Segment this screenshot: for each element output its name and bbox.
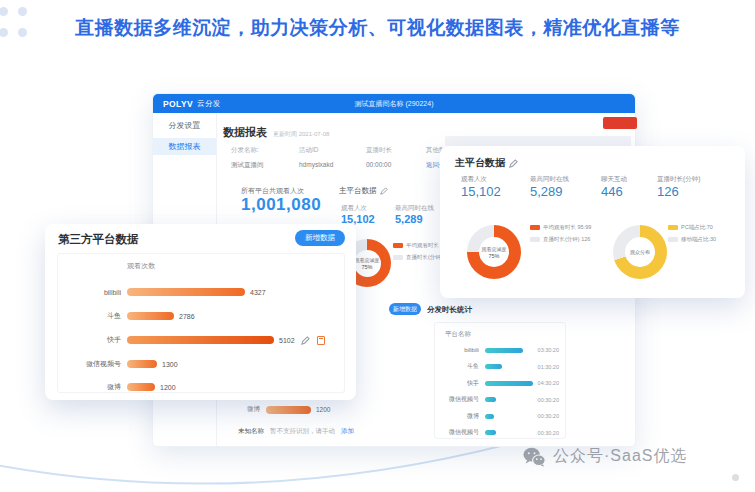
page-title: 直播数据多维沉淀，助力决策分析、可视化数据图表，精准优化直播等 bbox=[0, 15, 755, 41]
chart-row: 快手 04:30:20 bbox=[441, 378, 559, 389]
legend-item: PC端占比:70 bbox=[668, 224, 713, 231]
donut-center-label: 观看忠诚度 bbox=[482, 246, 507, 252]
legend-swatch bbox=[530, 225, 540, 230]
row-label: 微博 bbox=[441, 412, 479, 421]
chart-row: 微信视频号 00:30:20 bbox=[441, 427, 559, 438]
bar bbox=[266, 406, 311, 414]
duration-chart-title: 平台名称 bbox=[445, 330, 559, 339]
main-platform-panel-title: 主平台数据 bbox=[455, 156, 518, 170]
bar bbox=[127, 383, 155, 391]
views-chart-title: 观看次数 bbox=[127, 261, 155, 271]
chart-row: 微信视频号 00:30:20 bbox=[441, 394, 559, 405]
bar bbox=[127, 360, 157, 368]
legend-label: PC端占比:70 bbox=[681, 224, 713, 231]
row-value: 1200 bbox=[160, 384, 176, 391]
row-value: 04:30:20 bbox=[538, 380, 559, 386]
donut-center-label: 观众分布 bbox=[630, 249, 650, 255]
chart-row: 微博 00:30:20 bbox=[441, 411, 559, 422]
chart-row: 斗鱼 2786 bbox=[61, 310, 195, 322]
stat-label: 观看人次 bbox=[341, 204, 367, 213]
edit-icon[interactable] bbox=[509, 159, 518, 168]
add-data-button[interactable]: 新增数据 bbox=[295, 230, 345, 246]
bar bbox=[485, 414, 494, 419]
legend-swatch bbox=[668, 225, 678, 230]
stat-label: 聊天互动 bbox=[601, 175, 627, 184]
main-platform-panel: 主平台数据 观看人次 15,102 最高同时在线 5,289 聊天互动 446 … bbox=[440, 146, 745, 298]
donut-center-label: 观看忠诚度 bbox=[355, 257, 380, 263]
row-label: bilibili bbox=[61, 289, 121, 296]
legend-label: 移动端占比:30 bbox=[681, 236, 716, 243]
note-text: 暂不支持识别，请手动 bbox=[270, 427, 335, 436]
row-label: 快手 bbox=[61, 335, 121, 345]
duration-chart-card: 平台名称 bilibili 03:30:20 斗鱼 01:30:20 快手 04… bbox=[434, 322, 566, 439]
row-label: 微信视频号 bbox=[61, 359, 121, 369]
row-label: 斗鱼 bbox=[61, 311, 121, 321]
legend-swatch bbox=[530, 237, 540, 242]
chart-row: 微博 1200 bbox=[247, 405, 330, 414]
report-title: 数据报表 bbox=[223, 125, 267, 140]
unknown-platform-note: 未知名称 暂不支持识别，请手动 添加 bbox=[238, 427, 354, 436]
add-data-button[interactable]: 新增数据 bbox=[389, 303, 421, 315]
total-views-value: 1,001,080 bbox=[241, 195, 321, 215]
app-header: POLYV 云分发 测试直播间名称 (290224) bbox=[153, 94, 635, 113]
row-value: 01:30:20 bbox=[538, 364, 559, 370]
legend-item: 直播时长(分钟) 126 bbox=[530, 236, 590, 243]
bar bbox=[485, 397, 496, 402]
notification-badge[interactable] bbox=[603, 117, 637, 129]
watermark: 公众号·SaaS优选 bbox=[523, 446, 687, 467]
bar bbox=[485, 364, 502, 369]
legend-label: 直播时长(分钟) 126 bbox=[543, 236, 590, 243]
row-value: 5102 bbox=[279, 337, 295, 344]
stat-label: 直播时长(分钟) bbox=[657, 175, 700, 184]
third-party-panel: 第三方平台数据 新增数据 观看次数 bilibili 4327 斗鱼 2786 … bbox=[45, 224, 356, 400]
row-label: bilibili bbox=[441, 347, 479, 353]
loyalty-donut-chart: 观看忠诚度 75% bbox=[467, 225, 521, 279]
bar bbox=[127, 312, 174, 320]
row-value: 00:30:20 bbox=[538, 413, 559, 419]
bar bbox=[127, 336, 274, 344]
add-link[interactable]: 添加 bbox=[341, 427, 354, 436]
wechat-icon bbox=[523, 447, 546, 467]
legend-swatch bbox=[668, 237, 678, 242]
panel-title-text: 主平台数据 bbox=[455, 156, 505, 170]
mini-main-title: 主平台数据 bbox=[339, 186, 388, 196]
bar bbox=[127, 288, 245, 296]
edit-icon[interactable] bbox=[301, 336, 310, 345]
row-value: 00:30:20 bbox=[538, 397, 559, 403]
row-value: 03:30:20 bbox=[538, 347, 559, 353]
legend-swatch bbox=[393, 255, 403, 260]
stat-value: 446 bbox=[601, 184, 623, 199]
delete-icon[interactable] bbox=[317, 336, 325, 345]
row-label: 微信视频号 bbox=[441, 428, 479, 437]
info-label: 分发名称: bbox=[231, 146, 264, 155]
edit-icon[interactable] bbox=[380, 187, 388, 195]
chart-row: 快手 5102 bbox=[61, 334, 325, 346]
stat-label: 观看人次 bbox=[461, 175, 487, 184]
legend-label: 平均观看时长 95:99 bbox=[543, 224, 591, 231]
watermark-text: 公众号·SaaS优选 bbox=[553, 446, 687, 467]
stat-value: 126 bbox=[657, 184, 679, 199]
info-col: 活动ID hdmyslxakd bbox=[299, 146, 333, 168]
row-value: 1300 bbox=[162, 361, 178, 368]
page: 直播数据多维沉淀，助力决策分析、可视化数据图表，精准优化直播等 POLYV 云分… bbox=[0, 0, 755, 492]
donut-center-value: 75% bbox=[361, 264, 372, 270]
sidebar-item-distribution[interactable]: 分发设置 bbox=[153, 117, 216, 134]
duration-section-title: 分发时长统计 bbox=[427, 305, 472, 315]
chart-row: bilibili 03:30:20 bbox=[441, 345, 559, 356]
sidebar-item-reports[interactable]: 数据报表 bbox=[153, 138, 216, 155]
chart-row: bilibili 4327 bbox=[61, 286, 266, 298]
stat-value: 15,102 bbox=[461, 184, 501, 199]
decor-dot bbox=[732, 474, 739, 481]
info-value: 00:00:00 bbox=[366, 161, 392, 168]
stat-label: 最高同时在线 bbox=[395, 204, 434, 213]
row-value: 4327 bbox=[250, 289, 266, 296]
info-label: 活动ID bbox=[299, 146, 333, 155]
info-col: 分发名称: 测试直播间 bbox=[231, 146, 264, 170]
stat-value: 5,289 bbox=[395, 213, 423, 225]
row-label: 微信视频号 bbox=[441, 395, 479, 404]
info-col: 直播时长 00:00:00 bbox=[366, 146, 392, 168]
legend-swatch bbox=[393, 243, 403, 248]
row-label: 斗鱼 bbox=[441, 362, 479, 371]
chart-frame bbox=[57, 253, 345, 393]
mini-main-title-text: 主平台数据 bbox=[339, 186, 377, 196]
